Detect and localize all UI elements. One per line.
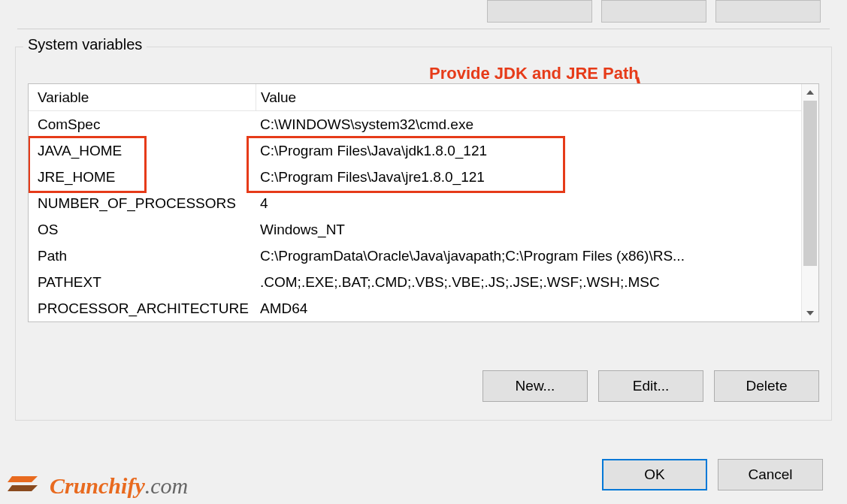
cell-variable: JAVA_HOME bbox=[29, 143, 256, 159]
cell-value: Windows_NT bbox=[256, 222, 801, 238]
variables-listview[interactable]: Variable Value ComSpec C:\WINDOWS\system… bbox=[28, 83, 819, 322]
cell-value: .COM;.EXE;.BAT;.CMD;.VBS;.VBE;.JS;.JSE;.… bbox=[256, 274, 801, 291]
cell-value: C:\ProgramData\Oracle\Java\javapath;C:\P… bbox=[256, 248, 801, 264]
cell-variable: PATHEXT bbox=[29, 274, 256, 291]
ghost-button[interactable] bbox=[601, 0, 706, 23]
system-variables-group: System variables Provide JDK and JRE Pat… bbox=[15, 47, 832, 421]
cell-value: C:\WINDOWS\system32\cmd.exe bbox=[256, 116, 801, 133]
table-row[interactable]: JRE_HOME C:\Program Files\Java\jre1.8.0_… bbox=[29, 164, 801, 190]
table-row[interactable]: Path C:\ProgramData\Oracle\Java\javapath… bbox=[29, 243, 801, 269]
cell-variable: JRE_HOME bbox=[29, 169, 256, 186]
upper-button-row bbox=[487, 0, 821, 23]
scroll-down-icon[interactable] bbox=[802, 305, 818, 321]
table-row[interactable]: NUMBER_OF_PROCESSORS 4 bbox=[29, 190, 801, 216]
annotation-text: Provide JDK and JRE Path bbox=[429, 64, 639, 83]
table-row[interactable]: OS Windows_NT bbox=[29, 216, 801, 243]
cell-variable: PROCESSOR_ARCHITECTURE bbox=[29, 300, 256, 317]
table-row[interactable]: PATHEXT .COM;.EXE;.BAT;.CMD;.VBS;.VBE;.J… bbox=[29, 269, 801, 295]
table-row[interactable]: JAVA_HOME C:\Program Files\Java\jdk1.8.0… bbox=[29, 137, 801, 164]
ghost-button[interactable] bbox=[487, 0, 592, 23]
ok-button[interactable]: OK bbox=[602, 459, 707, 490]
cell-variable: NUMBER_OF_PROCESSORS bbox=[29, 195, 256, 212]
list-header[interactable]: Variable Value bbox=[29, 84, 801, 111]
crunchify-watermark: Crunchify.com bbox=[8, 470, 188, 501]
column-header-variable[interactable]: Variable bbox=[29, 84, 256, 110]
new-button[interactable]: New... bbox=[482, 370, 588, 402]
vertical-scrollbar[interactable] bbox=[801, 84, 818, 321]
crunchify-logo-icon bbox=[8, 470, 44, 501]
cell-value: AMD64 bbox=[256, 300, 801, 317]
scroll-up-icon[interactable] bbox=[802, 84, 818, 101]
cell-value: C:\Program Files\Java\jdk1.8.0_121 bbox=[256, 143, 801, 159]
cell-value: C:\Program Files\Java\jre1.8.0_121 bbox=[256, 169, 801, 186]
cell-value: 4 bbox=[256, 195, 801, 212]
table-row[interactable]: PROCESSOR_ARCHITECTURE AMD64 bbox=[29, 295, 801, 321]
column-header-value[interactable]: Value bbox=[256, 89, 801, 106]
group-title: System variables bbox=[23, 36, 147, 53]
delete-button[interactable]: Delete bbox=[714, 370, 819, 402]
table-row[interactable]: ComSpec C:\WINDOWS\system32\cmd.exe bbox=[29, 111, 801, 137]
divider bbox=[17, 29, 830, 29]
group-button-row: New... Edit... Delete bbox=[482, 370, 819, 402]
crunchify-text: Crunchify.com bbox=[50, 473, 188, 499]
edit-button[interactable]: Edit... bbox=[598, 370, 703, 402]
dialog-button-row: OK Cancel bbox=[602, 459, 823, 490]
ghost-button[interactable] bbox=[715, 0, 821, 23]
cell-variable: OS bbox=[29, 222, 256, 238]
cell-variable: Path bbox=[29, 248, 256, 264]
cancel-button[interactable]: Cancel bbox=[718, 459, 823, 490]
cell-variable: ComSpec bbox=[29, 116, 256, 133]
scrollbar-thumb[interactable] bbox=[803, 101, 817, 266]
